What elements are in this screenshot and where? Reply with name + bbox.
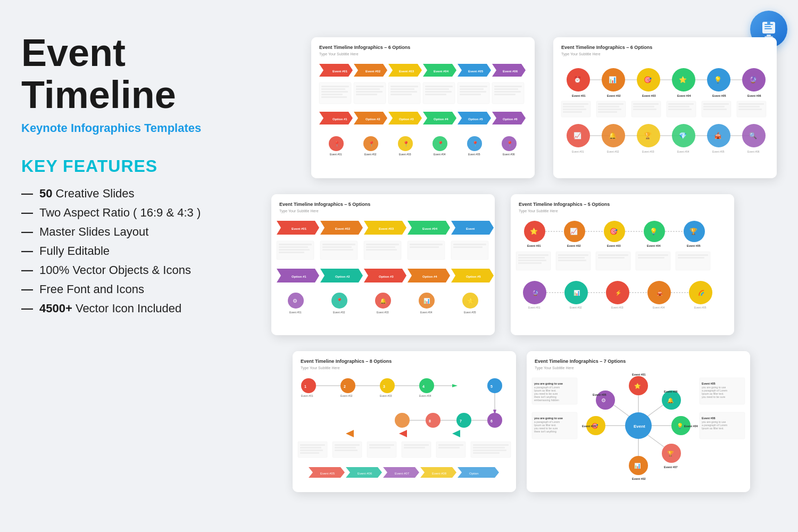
svg-text:Event #03: Event #03 [377,311,389,314]
svg-text:Event #05: Event #05 [464,311,476,314]
svg-rect-239 [518,257,545,259]
feature-item-6: Free Font and Icons [21,282,245,296]
svg-rect-240 [518,260,546,261]
svg-text:🎪: 🎪 [714,131,722,139]
svg-text:🏆: 🏆 [689,227,697,235]
slide-2-svg: Event Timeline Infographics – 6 Options … [553,37,777,178]
svg-text:4: 4 [422,385,425,388]
svg-text:⚡: ⚡ [615,289,622,296]
svg-text:📍: 📍 [506,140,513,147]
svg-text:Event #06: Event #06 [702,417,716,420]
svg-text:Event #06: Event #06 [358,472,372,475]
svg-rect-315 [300,452,319,454]
svg-text:1: 1 [304,385,306,388]
svg-text:🌟: 🌟 [467,297,474,304]
svg-rect-313 [300,447,321,448]
svg-rect-172 [279,244,312,245]
svg-text:Option #6: Option #6 [503,118,518,121]
svg-text:🔔: 🔔 [667,397,674,404]
svg-rect-181 [366,244,399,245]
svg-rect-50 [494,88,518,90]
svg-text:Type Your Subtitle Here: Type Your Subtitle Here [535,366,574,370]
svg-text:Event #02: Event #02 [567,244,581,247]
svg-text:Event Timeline Infographics – : Event Timeline Infographics – 7 Options [535,359,626,364]
svg-rect-29 [356,86,384,87]
svg-rect-328 [438,447,460,448]
svg-rect-326 [436,442,466,458]
svg-text:Event #03: Event #03 [582,425,596,428]
slide-4-svg: Event Timeline Infographics – 5 Options … [511,194,734,335]
svg-point-281 [380,378,395,393]
feature-bold-1: 50 [39,187,52,201]
svg-rect-26 [321,94,343,95]
svg-rect-314 [300,450,323,451]
svg-text:🔔: 🔔 [609,131,617,139]
svg-rect-189 [453,246,483,248]
svg-text:📍: 📍 [437,140,444,147]
svg-point-295 [395,413,410,428]
svg-rect-317 [335,444,360,446]
svg-rect-30 [356,88,380,90]
svg-rect-185 [410,244,443,245]
svg-text:Event #02: Event #02 [340,394,353,397]
svg-text:2: 2 [344,385,346,388]
svg-text:Event #01: Event #01 [527,244,541,247]
svg-text:Event: Event [466,227,475,230]
svg-rect-51 [494,91,521,93]
svg-rect-243 [558,254,588,256]
svg-rect-330 [473,444,509,446]
svg-rect-41 [425,91,452,93]
svg-text:Type Your Subtitle Here: Type Your Subtitle Here [279,209,319,213]
svg-rect-118 [598,111,617,113]
svg-rect-2 [764,26,771,27]
feature-text-5: 100% Vector Objects & Icons [39,263,191,277]
svg-text:📊: 📊 [634,462,641,469]
svg-text:🎯: 🎯 [610,227,618,235]
svg-rect-333 [473,452,500,454]
svg-text:Option #2: Option #2 [365,118,380,121]
svg-rect-183 [366,249,397,251]
svg-text:Event #03: Event #03 [379,227,394,230]
svg-text:7: 7 [460,419,462,423]
svg-text:Option #2: Option #2 [335,275,350,278]
svg-rect-332 [473,450,506,451]
svg-text:Event #08: Event #08 [432,472,447,475]
svg-text:you are going to use: you are going to use [534,417,563,420]
svg-rect-248 [598,257,625,259]
slide-card-4: Event Timeline Infographics – 5 Options … [511,194,734,335]
svg-text:🌈: 🌈 [698,289,705,296]
svg-rect-112 [563,109,586,110]
svg-text:Event #05: Event #05 [468,153,480,156]
svg-rect-32 [356,94,377,95]
svg-rect-120 [633,103,659,105]
feature-text-1: Creative Slides [56,187,135,201]
svg-text:⚙: ⚙ [293,298,297,304]
svg-text:💡: 💡 [714,76,722,84]
feature-text-3: Master Slides Layout [39,225,148,239]
svg-rect-175 [279,252,304,253]
svg-point-291 [456,413,471,428]
svg-text:Event #04: Event #04 [422,227,438,230]
svg-text:📍: 📍 [368,140,375,147]
svg-rect-320 [367,442,396,458]
svg-text:📈: 📈 [573,131,581,139]
svg-text:you are going to use: you are going to use [534,382,563,385]
svg-point-279 [340,378,355,393]
svg-text:Option #3: Option #3 [379,275,394,278]
svg-text:📊: 📊 [573,289,580,296]
feature-item-2: Two Aspect Ratio ( 16:9 & 4:3 ) [21,206,245,220]
svg-text:Event #04: Event #04 [647,244,661,247]
svg-text:8: 8 [429,419,431,423]
svg-rect-40 [425,88,449,90]
svg-rect-25 [321,91,348,93]
svg-text:Event #02: Event #02 [364,153,377,156]
svg-rect-158 [271,194,495,335]
svg-text:Event #04: Event #04 [684,425,699,428]
svg-text:Event #04: Event #04 [420,311,433,314]
svg-text:Type Your Subtitle Here: Type Your Subtitle Here [561,52,601,56]
svg-rect-116 [598,106,619,107]
svg-text:Event #01: Event #01 [632,373,646,376]
svg-rect-42 [425,94,446,95]
slide-card-3: Event Timeline Infographics – 5 Options … [271,194,495,335]
svg-text:Option: Option [469,472,479,475]
